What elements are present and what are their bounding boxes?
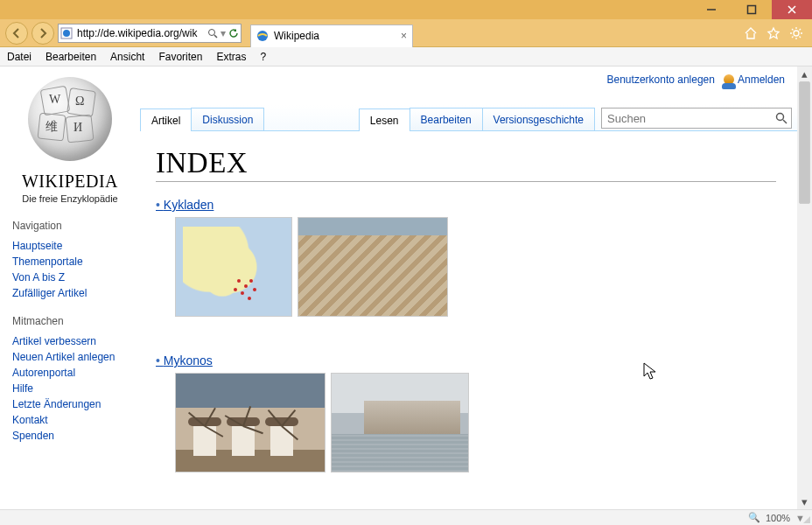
refresh-icon[interactable] [228, 28, 239, 38]
scroll-down-icon[interactable]: ▾ [797, 494, 812, 509]
person-icon [724, 74, 734, 85]
zoom-level[interactable]: 100% [766, 513, 790, 523]
tab-title: Wikipedia [274, 30, 319, 42]
page-tabs: Artikel Diskussion Lesen Bearbeiten Vers… [140, 105, 797, 131]
nav-item[interactable]: Von A bis Z [12, 271, 65, 284]
menu-item[interactable]: Datei [7, 51, 32, 63]
window-titlebar [0, 0, 812, 19]
login-label: Anmelden [738, 74, 785, 86]
menu-item[interactable]: Favoriten [158, 51, 202, 63]
search-box[interactable] [601, 108, 792, 129]
entry-link[interactable]: Mykonos [156, 354, 213, 368]
back-button[interactable] [5, 22, 28, 45]
scroll-thumb[interactable] [799, 81, 810, 204]
tab-discussion[interactable]: Diskussion [191, 108, 264, 130]
ie-logo-icon [256, 30, 269, 42]
nav-item[interactable]: Themenportale [12, 256, 83, 268]
main-column: Artikel Diskussion Lesen Bearbeiten Vers… [140, 105, 797, 472]
arrow-right-icon [37, 27, 49, 39]
svg-point-5 [63, 30, 70, 37]
forward-button[interactable] [32, 22, 54, 45]
tab-history[interactable]: Versionsgeschichte [482, 108, 595, 130]
svg-line-14 [792, 29, 794, 31]
magnifier-icon [775, 112, 788, 124]
svg-line-15 [800, 36, 802, 38]
svg-point-18 [777, 114, 784, 121]
create-account-link[interactable]: Benutzerkonto anlegen [607, 74, 715, 86]
sidebar: W Ω 维 И WIKIPEDIA Die freie Enzyklopädie… [0, 66, 140, 444]
thumbnail-city[interactable] [298, 217, 448, 317]
search-button[interactable] [772, 112, 791, 124]
nav-item[interactable]: Hauptseite [12, 240, 62, 252]
tab-read[interactable]: Lesen [359, 108, 410, 131]
vertical-scrollbar[interactable]: ▴ ▾ [797, 66, 812, 509]
thumbnail-windmills[interactable] [175, 373, 326, 472]
menu-item[interactable]: Ansicht [110, 51, 144, 63]
svg-point-6 [209, 29, 215, 35]
search-icon[interactable] [207, 28, 218, 38]
thumbnail-map[interactable] [175, 217, 292, 317]
tab-edit[interactable]: Bearbeiten [410, 108, 483, 130]
menubar: Datei Bearbeiten Ansicht Favoriten Extra… [0, 47, 812, 66]
index-entry-mykonos: Mykonos [156, 354, 776, 472]
tab-article[interactable]: Artikel [140, 108, 192, 131]
thumbnail-waterfront[interactable] [331, 373, 469, 472]
browser-tab[interactable]: Wikipedia × [250, 24, 413, 47]
search-input[interactable] [602, 112, 772, 125]
contrib-heading: Mitmachen [12, 315, 131, 327]
wikipedia-logo[interactable]: W Ω 维 И [18, 75, 122, 170]
svg-line-17 [800, 29, 802, 31]
page-viewport: Benutzerkonto anlegen Anmelden W Ω 维 И W… [0, 66, 812, 509]
menu-item[interactable]: Extras [216, 51, 246, 63]
gear-icon[interactable] [789, 26, 803, 40]
nav-item[interactable]: Zufälliger Artikel [12, 287, 87, 299]
article: INDEX Kykladen [140, 131, 797, 472]
contrib-item[interactable]: Letzte Änderungen [12, 398, 101, 410]
contrib-item[interactable]: Hilfe [12, 382, 33, 395]
maximize-button[interactable] [732, 0, 772, 19]
url-box[interactable]: ▾ [58, 24, 242, 43]
zoom-icon[interactable]: 🔍 [748, 512, 760, 523]
contrib-item[interactable]: Neuen Artikel anlegen [12, 351, 115, 363]
contrib-item[interactable]: Autorenportal [12, 367, 75, 379]
resize-grip-icon[interactable] [800, 513, 810, 523]
logo-wordmark: WIKIPEDIA [0, 172, 140, 192]
svg-point-9 [794, 31, 799, 36]
toolbar-right [744, 26, 807, 40]
logo-tagline: Die freie Enzyklopädie [0, 193, 140, 204]
home-icon[interactable] [744, 26, 758, 40]
contrib-item[interactable]: Spenden [12, 430, 54, 442]
minimize-button[interactable] [691, 0, 732, 19]
tab-close-icon[interactable]: × [401, 30, 407, 42]
close-icon [787, 4, 797, 15]
nav-section: Navigation Hauptseite Themenportale Von … [0, 220, 140, 299]
address-bar: ▾ Wikipedia × [0, 19, 812, 47]
minimize-icon [706, 4, 717, 15]
maximize-icon [746, 4, 757, 15]
menu-item[interactable]: Bearbeiten [46, 51, 96, 63]
svg-line-7 [214, 35, 217, 38]
contrib-section: Mitmachen Artikel verbessern Neuen Artik… [0, 315, 140, 442]
url-input[interactable] [75, 26, 205, 40]
nav-heading: Navigation [12, 220, 131, 232]
svg-rect-1 [748, 6, 756, 14]
login-link[interactable]: Anmelden [724, 74, 785, 86]
svg-line-16 [792, 36, 794, 38]
browser-tabstrip: Wikipedia × [250, 19, 413, 47]
close-button[interactable] [772, 0, 812, 19]
status-bar: 🔍 100% ▼ [0, 509, 812, 525]
favorites-icon[interactable] [766, 26, 780, 40]
index-entry-kykladen: Kykladen [156, 198, 776, 317]
page: Benutzerkonto anlegen Anmelden W Ω 维 И W… [0, 66, 797, 509]
page-title: INDEX [156, 147, 776, 182]
ie-page-icon [60, 27, 73, 39]
entry-link[interactable]: Kykladen [156, 198, 214, 212]
arrow-left-icon [10, 27, 23, 39]
menu-item[interactable]: ? [260, 51, 266, 63]
svg-line-19 [783, 120, 787, 123]
scroll-up-icon[interactable]: ▴ [797, 66, 812, 81]
contrib-item[interactable]: Kontakt [12, 414, 48, 426]
contrib-item[interactable]: Artikel verbessern [12, 335, 96, 347]
